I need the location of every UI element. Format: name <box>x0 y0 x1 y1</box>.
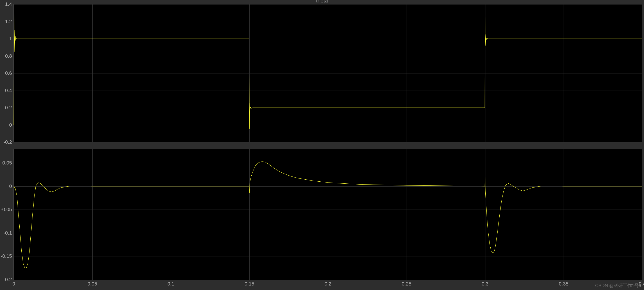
plot-1[interactable]: -0.200.20.40.60.811.21.4 <box>14 4 642 142</box>
y-tick-label: -0.05 <box>1 207 14 212</box>
y-tick-label: -0.1 <box>4 230 14 236</box>
x-tick-label: 0.15 <box>245 280 254 287</box>
gridline-h <box>14 142 642 142</box>
y-tick-label: -0.2 <box>4 139 14 145</box>
y-tick-label: 0 <box>9 184 14 189</box>
x-tick-label: 0 <box>12 280 15 287</box>
y-tick-label: 0.2 <box>5 105 14 111</box>
x-tick-label: 0.3 <box>482 280 488 287</box>
y-tick-label: 1 <box>9 36 14 42</box>
chart-title: theta <box>0 0 644 3</box>
series-line <box>14 149 642 280</box>
x-tick-label: 0.2 <box>324 280 332 287</box>
y-tick-label: 0.4 <box>5 88 14 94</box>
y-tick-label: 0.6 <box>5 70 14 76</box>
x-tick-label: 0.35 <box>559 280 568 287</box>
watermark: CSDN @科研工作1号4 <box>595 282 641 289</box>
y-tick-label: -0.15 <box>1 253 14 259</box>
x-tick-label: 0.25 <box>402 280 411 287</box>
y-tick-label: 0.05 <box>2 160 14 166</box>
gridline-v <box>642 149 642 280</box>
y-tick-label: 0 <box>9 122 14 128</box>
gridline-v <box>642 4 642 142</box>
y-tick-label: 1.4 <box>5 1 14 7</box>
y-tick-label: 1.2 <box>5 19 14 24</box>
x-tick-label: 0.05 <box>88 280 97 287</box>
y-tick-label: 0.8 <box>5 53 14 59</box>
plot-2[interactable]: -0.2-0.15-0.1-0.0500.0500.050.10.150.20.… <box>14 149 642 280</box>
series-line <box>14 4 642 142</box>
x-tick-label: 0.1 <box>167 280 174 287</box>
